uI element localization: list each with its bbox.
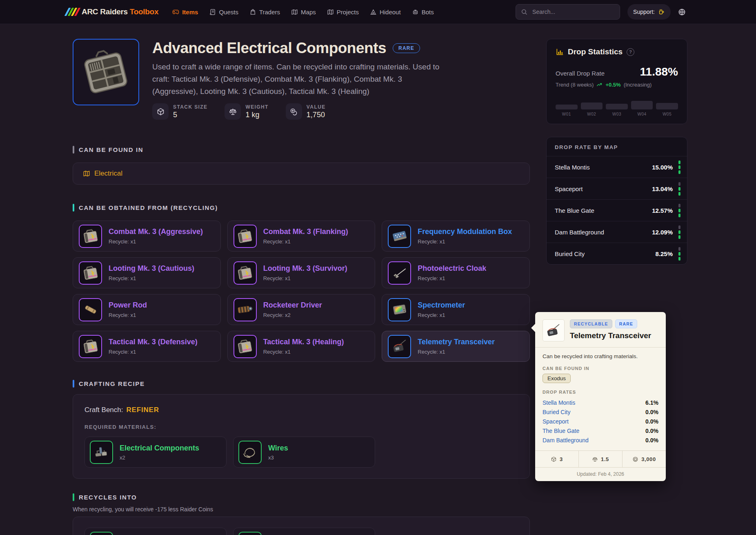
recycling-card-telemetry-transceiver[interactable]: Telemetry Transceiver Recycle: x1 (382, 331, 530, 362)
recycling-card-power-rod[interactable]: Power Rod Recycle: x1 (73, 294, 221, 325)
section-bar (73, 204, 74, 212)
recycling-card-looting-mk3-survivor[interactable]: Looting Mk. 3 (Survivor) Recycle: x1 (227, 257, 376, 288)
map-link[interactable]: Stella Montis (543, 399, 575, 406)
language-button[interactable] (678, 8, 686, 16)
map-row-dam-battleground[interactable]: Dam Battleground 12.09% (547, 221, 687, 243)
overall-drop-rate-value: 11.88% (640, 65, 678, 78)
recycling-card-spectrometer[interactable]: Spectrometer Recycle: x1 (382, 294, 530, 325)
nav-item-bots[interactable]: Bots (412, 9, 434, 16)
item-thumbnail (388, 261, 411, 285)
map-row-the-blue-gate[interactable]: The Blue Gate 12.57% (547, 199, 687, 221)
map-row-stella-montis[interactable]: Stella Montis 15.00% (547, 156, 687, 178)
main-content: Advanced Electrical Components RARE Used… (73, 39, 530, 535)
nav-item-label: Hideout (380, 9, 401, 16)
page: ARC Raiders Toolbox Items Quests Traders (0, 0, 756, 535)
item-thumbnail (238, 532, 262, 535)
map-link[interactable]: The Blue Gate (543, 428, 579, 434)
blue-box-icon (391, 227, 409, 245)
material-card-wires[interactable]: Wires x1 (233, 528, 375, 535)
section-bar (73, 493, 74, 501)
item-thumbnail (79, 335, 102, 358)
shopping-bag-icon (249, 9, 256, 16)
nav-item-label: Quests (219, 9, 238, 16)
recycling-card-frequency-modulation-box[interactable]: Frequency Modulation Box Recycle: x1 (382, 221, 530, 252)
map-link[interactable]: Spaceport (543, 418, 569, 425)
brand-logo[interactable]: ARC Raiders Toolbox (67, 7, 158, 16)
nav-item-maps[interactable]: Maps (291, 9, 316, 16)
stat-value: 1 kg (245, 111, 268, 119)
gamepad-icon (172, 9, 179, 16)
case-icon (82, 264, 100, 282)
nav-links: Items Quests Traders Maps Projects (172, 9, 434, 16)
section-heading-recycles-into: RECYCLES INTO (73, 493, 530, 501)
recycling-card-rocketeer-driver[interactable]: Rocketeer Driver Recycle: x2 (227, 294, 376, 325)
support-button[interactable]: Support: (627, 4, 671, 20)
rate-indicator (678, 225, 680, 239)
nav-item-label: Projects (337, 9, 359, 16)
found-in-electrical[interactable]: Electrical (73, 163, 530, 185)
nav-item-quests[interactable]: Quests (209, 9, 238, 16)
map-icon (327, 9, 334, 16)
section-bar (73, 380, 74, 388)
item-thumbnail (233, 225, 257, 248)
map-row-buried-city[interactable]: Buried City 8.25% (547, 243, 687, 264)
item-thumbnail (388, 225, 411, 248)
help-icon[interactable]: ? (627, 48, 634, 56)
material-card-electrical-components[interactable]: Electrical Components x2 (84, 437, 227, 468)
tooltip-drop-rates: Stella Montis6.1% Buried City0.0% Spacep… (543, 398, 658, 445)
tooltip-stack-stat: 3 (535, 451, 578, 467)
recycle-note: When recycling, you will receive -175 le… (73, 506, 530, 513)
stat-label: VALUE (307, 104, 326, 110)
coins-icon (286, 103, 302, 120)
stat-label: STACK SIZE (173, 104, 207, 110)
material-card-electrical-components[interactable]: Electrical Components x1 (84, 528, 227, 535)
wires-icon (241, 443, 259, 461)
recycling-card-combat-mk3-aggressive[interactable]: Combat Mk. 3 (Aggressive) Recycle: x1 (73, 221, 221, 252)
nav-item-projects[interactable]: Projects (327, 9, 359, 16)
recycles-into-card: Electrical Components x1 Wires x1 (73, 517, 530, 535)
found-in-tag-exodus[interactable]: Exodus (543, 374, 571, 383)
tooltip-updated: Updated: Feb 4, 2026 (535, 467, 666, 481)
globe-icon (678, 8, 686, 16)
tooltip-weight-stat: 1.5 (578, 451, 622, 467)
section-heading-found-in: CAN BE FOUND IN (73, 146, 530, 154)
crafting-recipe-card: Craft Bench:REFINER REQUIRED MATERIALS: … (73, 394, 530, 479)
recycling-card-tactical-mk3-healing[interactable]: Tactical Mk. 3 (Healing) Recycle: x1 (227, 331, 376, 362)
item-thumbnail (388, 335, 411, 358)
chart-bar (556, 105, 578, 109)
nav-item-hideout[interactable]: Hideout (370, 9, 401, 16)
rod-icon (82, 301, 100, 319)
case-icon (236, 227, 254, 245)
stat-value: 5 (173, 111, 207, 119)
rare-badge: RARE (615, 319, 638, 328)
drop-rate-by-map-panel: DROP RATE BY MAP Stella Montis 15.00% Sp… (546, 137, 687, 265)
recycling-card-photoelectric-cloak[interactable]: Photoelectric Cloak Recycle: x1 (382, 257, 530, 288)
advanced-electrical-components-image (80, 46, 132, 98)
tooltip-item-thumbnail (543, 319, 565, 341)
page-title: Advanced Electrical Components (152, 40, 386, 57)
case-icon (236, 337, 254, 355)
stat-weight: WEIGHT 1 kg (225, 103, 268, 120)
section-heading-crafting: CRAFTING RECIPE (73, 380, 530, 388)
map-link[interactable]: Dam Battleground (543, 437, 589, 444)
overall-drop-rate-label: Overall Drop Rate (556, 70, 605, 78)
nav-item-label: Traders (259, 9, 280, 16)
navbar: ARC Raiders Toolbox Items Quests Traders (0, 0, 756, 24)
nav-item-traders[interactable]: Traders (249, 9, 280, 16)
map-link[interactable]: Buried City (543, 409, 570, 415)
item-thumbnail (79, 225, 102, 248)
tooltip-footer-stats: 3 1.5 3,000 (535, 450, 666, 467)
recycling-card-combat-mk3-flanking[interactable]: Combat Mk. 3 (Flanking) Recycle: x1 (227, 221, 376, 252)
stat-value: VALUE 1,750 (286, 103, 326, 120)
driver-icon (236, 301, 254, 319)
case-icon (82, 227, 100, 245)
search-input[interactable] (531, 8, 615, 16)
map-row-spaceport[interactable]: Spaceport 13.04% (547, 178, 687, 199)
rarity-badge: RARE (393, 43, 420, 53)
recycling-card-tactical-mk3-defensive[interactable]: Tactical Mk. 3 (Defensive) Recycle: x1 (73, 331, 221, 362)
map-icon (291, 9, 298, 16)
recycling-card-looting-mk3-cautious[interactable]: Looting Mk. 3 (Cautious) Recycle: x1 (73, 257, 221, 288)
nav-item-items[interactable]: Items (172, 9, 198, 16)
material-card-wires[interactable]: Wires x3 (233, 437, 375, 468)
transceiver-icon (545, 322, 562, 339)
